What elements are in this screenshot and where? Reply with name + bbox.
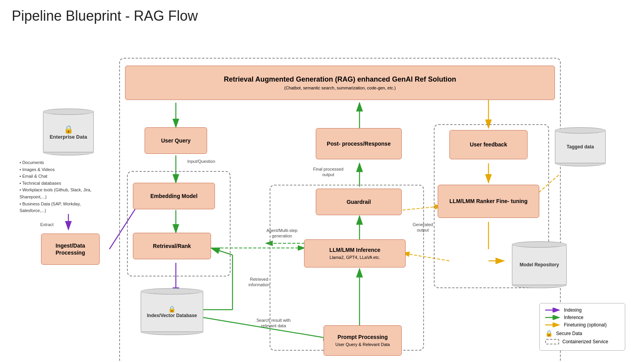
user-query-label: User Query	[161, 137, 190, 144]
page-title: Pipeline Blueprint - RAG Flow	[12, 8, 632, 24]
prompt-processing-label: Prompt Processing	[338, 333, 388, 341]
user-feedback-box: User feedback	[449, 130, 528, 159]
llm-ranker-label: LLM/LMM Ranker Fine- tuning	[449, 198, 528, 205]
search-result-label: Search result withrelevant data	[248, 317, 299, 329]
llm-ranker-box: LLM/LMM Ranker Fine- tuning	[438, 185, 539, 218]
agent-multi-label: Agent/Multi-stepgeneration	[259, 228, 304, 239]
prompt-processing-box: Prompt Processing User Query & Relevant …	[324, 325, 402, 356]
index-vector-label: Index/Vector Database	[147, 313, 197, 318]
guardrail-label: Guardrail	[347, 198, 371, 205]
legend-indexing: Indexing	[545, 307, 619, 313]
input-question-label: Input/Question	[178, 159, 225, 164]
legend-inference: Inference	[545, 315, 619, 320]
retrieval-rank-box: Retrieval/Rank	[133, 233, 211, 259]
retrieved-info-label: Retrievedinformation	[238, 276, 281, 288]
user-query-box: User Query	[145, 127, 207, 154]
enterprise-label: Enterprise Data	[50, 134, 87, 140]
enterprise-data-list: Documents Images & Videos Email & Chat T…	[20, 159, 104, 214]
enterprise-item: Images & Videos	[20, 166, 104, 173]
enterprise-item: Business Data (SAP, Workday, Salesforce,…	[20, 201, 104, 214]
final-output-label: Final processedoutput	[305, 166, 352, 178]
rag-main-label: Retrieval Augmented Generation (RAG) enh…	[224, 75, 456, 84]
enterprise-item: Technical databases	[20, 180, 104, 187]
index-vector-cylinder: 🔒 Index/Vector Database	[141, 288, 203, 335]
legend-finetuning: Finetuning (optional)	[545, 322, 619, 328]
enterprise-cylinder: 🔒 Enterprise Data	[43, 109, 94, 155]
generated-output-label: Generatedoutput	[403, 222, 442, 233]
embedding-model-label: Embedding Model	[150, 193, 198, 200]
tagged-data-cylinder: Tagged data	[555, 127, 606, 166]
llm-inference-label: LLM/LMM Inference	[329, 246, 381, 253]
llm-inference-sublabel: Llama2, GPT4, LLaVA etc.	[329, 255, 380, 260]
guardrail-box: Guardrail	[316, 189, 402, 215]
enterprise-item: Documents	[20, 159, 104, 166]
postprocess-label: Post- process/Response	[327, 140, 390, 147]
prompt-processing-sublabel: User Query & Relevant Data	[335, 342, 390, 347]
llm-inference-box: LLM/LMM Inference Llama2, GPT4, LLaVA et…	[304, 239, 406, 267]
postprocess-box: Post- process/Response	[316, 128, 402, 159]
legend: Indexing Inference Finetuning (optional)…	[539, 303, 625, 351]
ingest-box: Ingest/DataProcessing	[41, 234, 100, 265]
user-feedback-label: User feedback	[470, 141, 507, 148]
ingest-label: Ingest/DataProcessing	[55, 242, 85, 256]
retrieval-rank-label: Retrieval/Rank	[153, 243, 191, 250]
rag-diagram: Retrieval Augmented Generation (RAG) enh…	[12, 30, 629, 358]
extract-label: Extract	[35, 222, 59, 227]
embedding-model-box: Embedding Model	[133, 183, 215, 209]
legend-containerized: Containerized Service	[545, 339, 619, 344]
enterprise-item: Email & Chat	[20, 173, 104, 180]
model-repo-label: Model Repository	[520, 262, 559, 267]
enterprise-item: Workplace tools (Github, Slack, Jira, Sh…	[20, 187, 104, 200]
rag-main-box: Retrieval Augmented Generation (RAG) enh…	[125, 66, 555, 100]
tagged-data-label: Tagged data	[567, 144, 594, 150]
model-repo-cylinder: Model Repository	[512, 241, 567, 288]
rag-main-sublabel: (Chatbot, semantic search, summarization…	[284, 85, 396, 91]
legend-secure: 🔒 Secure Data	[545, 330, 619, 337]
